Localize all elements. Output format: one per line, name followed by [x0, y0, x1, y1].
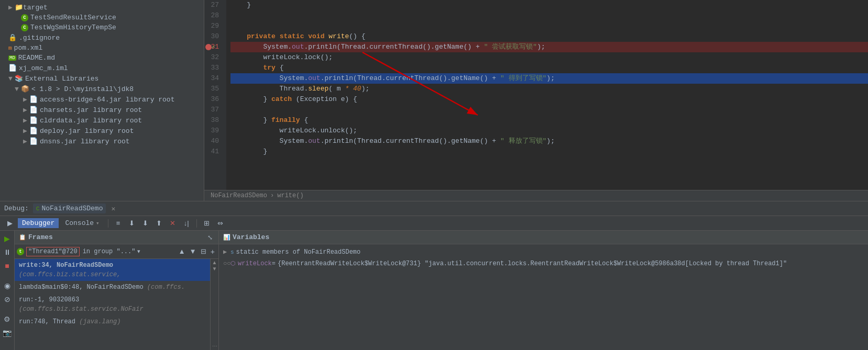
up-frame-button[interactable]: ▲ [177, 247, 186, 256]
step-out-button[interactable]: ⬆ [153, 218, 165, 229]
frames-scroll-down[interactable]: ▼ [212, 266, 217, 272]
gitignore-icon: 🔒 [8, 33, 17, 42]
pause-side-button[interactable]: ⏸ [2, 246, 13, 258]
code-text-area[interactable]: } private static [226, 0, 868, 190]
static-expand-icon[interactable]: ▶ [223, 247, 230, 257]
tree-item-deploy[interactable]: ▶ 📄 deploy.jar library root [0, 126, 204, 136]
step-into-button[interactable]: ⬇ [140, 218, 151, 229]
tree-item-readme[interactable]: MD README.md [0, 53, 204, 63]
thread-selector: t "Thread1"@720 in group "..." ▾ [17, 247, 140, 256]
expand-extlibs-icon: ▼ [8, 75, 15, 83]
mute-breakpoints-button[interactable]: ⊘ [2, 293, 13, 305]
method-sleep: sleep [308, 84, 328, 94]
pom-icon: m [8, 45, 12, 51]
tree-item-cldrdata[interactable]: ▶ 📄 cldrdata.jar library root [0, 115, 204, 126]
restore-layout-button[interactable]: ⊞ [201, 218, 213, 229]
frame-item-2[interactable]: lambda$main$0:48, NoFairReadSDemo (com.f… [15, 281, 210, 293]
step-over-button[interactable]: ⬇ [126, 218, 138, 229]
line-30: 30 [204, 31, 222, 42]
tree-label-testsendr: TestSendResultService [30, 14, 116, 21]
tree-item-charsets[interactable]: ▶ 📄 charsets.jar library root [0, 105, 204, 115]
static-type-icon: s [230, 247, 234, 257]
breadcrumb-method: write() [277, 192, 303, 199]
frames-panel: 📋 Frames ⤡ t "Thread1"@720 in group "...… [15, 231, 219, 350]
frames-expand-button[interactable]: ⤡ [206, 233, 214, 242]
var-item-static[interactable]: ▶ s static members of NoFairReadSDemo [219, 246, 868, 258]
frames-scroll-settings[interactable]: ⋯ [212, 344, 217, 349]
tree-item-pom[interactable]: m pom.xml [0, 43, 204, 53]
writelock-expand-icon[interactable]: ○○ [223, 259, 230, 268]
breadcrumb-bar: NoFairReadSDemo › write() [204, 190, 868, 201]
show-execution-point-button[interactable]: ≡ [113, 218, 124, 229]
writelock-equals: = [272, 259, 276, 268]
tree-item-access-bridge[interactable]: ▶ 📄 access-bridge-64.jar library root [0, 94, 204, 105]
code-line-39: writeLock.unlock(); [230, 126, 868, 136]
code-line-28 [230, 10, 868, 21]
var-item-writelock[interactable]: ○○ ⬡ writeLock = {ReentrantReadWriteLock… [219, 258, 868, 269]
variables-title: Variables [233, 233, 269, 241]
static-label: static members of NoFairReadSDemo [236, 247, 361, 257]
top-area: ▶ 📁 target C TestSendResultService C Tes… [0, 0, 868, 201]
frame-item-4[interactable]: run:748, Thread (java.lang) [15, 315, 210, 328]
jar-icon-access: 📄 [29, 95, 38, 104]
tree-item-dnsns[interactable]: ▶ 📄 dnsns.jar library root [0, 136, 204, 146]
view-breakpoints-button[interactable]: ◉ [2, 280, 13, 291]
resume-button[interactable]: ▶ [4, 218, 16, 229]
console-dropdown-icon[interactable]: ▾ [96, 220, 100, 227]
debug-panel: Debug: C NoFairReadSDemo ✕ ▶ Debugger Co… [0, 201, 868, 350]
frames-list-container: write:34, NoFairReadSDemo (com.ffcs.biz.… [15, 259, 218, 350]
tree-item-gitignore[interactable]: 🔒 .gitignore [0, 32, 204, 43]
frames-right-btns: ▲ ▼ ⋯ [210, 259, 218, 350]
mute-button[interactable]: ↓| [181, 218, 192, 229]
thread-dropdown-button[interactable]: ▾ [137, 248, 140, 255]
tree-label-iml: xj_omc_m.iml [19, 64, 68, 72]
debug-body: ▶ ⏸ ■ ◉ ⊘ ⚙ 📷 📋 Frames ⤡ [0, 231, 868, 350]
code-line-29 [230, 21, 868, 31]
md-icon: MD [8, 55, 16, 61]
tree-label-pom: pom.xml [14, 44, 43, 52]
down-frame-button[interactable]: ▼ [188, 247, 198, 256]
code-line-30: private static void write () { [230, 31, 868, 42]
tree-item-iml[interactable]: 📄 xj_omc_m.iml [0, 63, 204, 73]
frames-scroll-up[interactable]: ▲ [212, 260, 217, 265]
java-icon-testsendr: C [21, 14, 28, 21]
add-frame-button[interactable]: + [209, 247, 216, 256]
tree-item-testsendr[interactable]: C TestSendResultService [0, 13, 204, 22]
code-line-36: } catch (Exception e) { [230, 94, 868, 105]
variables-header: 📊 Variables [219, 231, 868, 244]
str-try-write-lock: " 尝试获取写锁" [484, 42, 537, 52]
tree-label-charsets: charsets.jar library root [40, 106, 142, 114]
tree-item-target[interactable]: ▶ 📁 target [0, 2, 204, 13]
code-line-35: Thread. sleep ( m * 40 ); [230, 84, 868, 94]
tree-item-jdk18[interactable]: ▼ 📦 < 1.8 > D:\myinstall\jdk8 [0, 84, 204, 94]
frame-item-3[interactable]: run:-1, 90320863 (com.ffcs.biz.stat.serv… [15, 293, 210, 315]
filter-button[interactable]: ⊟ [199, 247, 208, 256]
tree-label-testwg: TestWgSmHistoryTempSe [30, 24, 116, 31]
frame-item-1[interactable]: write:34, NoFairReadSDemo (com.ffcs.biz.… [15, 259, 210, 281]
stop-side-button[interactable]: ■ [2, 260, 13, 272]
code-line-41: } [230, 146, 868, 157]
tree-label-cldrdata: cldrdata.jar library root [40, 117, 142, 125]
variables-panel: 📊 Variables ▶ s static members of NoFair… [219, 231, 868, 350]
tab-debugger[interactable]: Debugger [18, 218, 59, 228]
settings-button[interactable]: ⇔ [215, 218, 226, 229]
resume-side-button[interactable]: ▶ [2, 233, 13, 244]
camera-button[interactable]: 📷 [2, 327, 13, 338]
line-28: 28 [204, 10, 222, 21]
tab-debugger-label: Debugger [22, 219, 54, 227]
breadcrumb-file: NoFairReadSDemo [211, 192, 267, 199]
variables-icon: 📊 [223, 234, 230, 241]
tab-console[interactable]: Console ▾ [61, 218, 103, 228]
close-debug-tab-icon[interactable]: ✕ [111, 205, 115, 213]
debug-title-bar: Debug: C NoFairReadSDemo ✕ [0, 201, 868, 216]
writelock-type-icon: ⬡ [230, 259, 236, 268]
variables-list: ▶ s static members of NoFairReadSDemo ○○… [219, 244, 868, 350]
settings-side-button[interactable]: ⚙ [2, 313, 13, 325]
writelock-name: writeLock [238, 259, 272, 268]
tree-item-testwg[interactable]: C TestWgSmHistoryTempSe [0, 22, 204, 32]
tree-label-access: access-bridge-64.jar library root [40, 96, 174, 104]
tree-item-extlibs[interactable]: ▼ 📚 External Libraries [0, 73, 204, 84]
stop-button[interactable]: ✕ [167, 218, 179, 229]
tree-label-target: target [23, 4, 48, 12]
frame-4-label: run:748, Thread [19, 318, 75, 325]
